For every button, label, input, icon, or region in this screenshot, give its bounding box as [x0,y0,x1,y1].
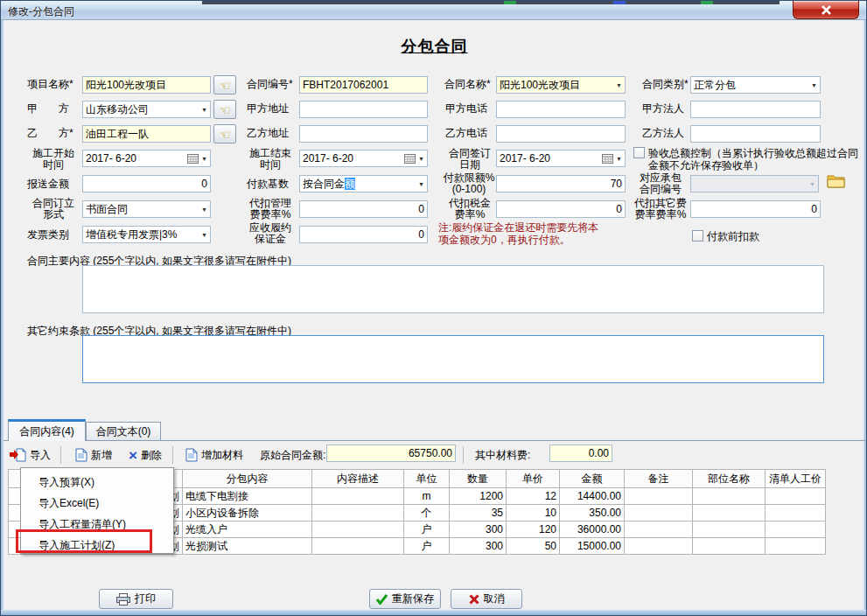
acceptance-control-checkbox[interactable]: 验收总额控制（当累计执行验收总额超过合同金额不允许保存验收单） [633,147,864,172]
close-icon [821,5,832,15]
cell-unit[interactable]: m [404,488,450,505]
start-date-label: 施工开始 时间 [25,148,81,171]
related-contract-combo[interactable]: ▼ [690,175,819,192]
cell-amount[interactable]: 15000.00 [560,538,625,555]
cell-position[interactable] [693,505,766,522]
cell-unit-price[interactable]: 10 [507,505,560,522]
payment-limit-field[interactable] [496,175,626,192]
project-name-field[interactable] [82,76,211,94]
cell-quantity[interactable]: 300 [450,538,507,555]
start-date-field[interactable]: 2017- 6-20 ▼ [82,150,211,167]
print-button[interactable]: 打印 [99,589,173,609]
menu-item-import-construction-plan[interactable]: 导入施工计划(Z) [21,535,173,556]
contract-form-combo[interactable]: 书面合同▼ [82,200,211,218]
cell-unit[interactable]: 户 [404,522,450,538]
party-b-field[interactable] [82,125,211,143]
cell-description[interactable] [312,505,404,522]
cell-unit-price[interactable]: 50 [507,538,560,555]
party-a-legal-field[interactable] [690,101,821,118]
payment-base-combo[interactable]: 按合同金额 ▼ [299,175,428,192]
tab-contract-content[interactable]: 合同内容(4) [8,419,86,441]
invoice-type-label: 发票类别 [27,229,69,241]
material-fee-field[interactable] [549,444,612,462]
add-material-button[interactable]: 增加材料 [181,444,247,466]
checkbox-box[interactable] [692,230,703,242]
cell-remark[interactable] [625,488,693,505]
hand-picker-icon: ☜ [219,128,230,141]
cell-amount[interactable]: 14400.00 [560,488,625,505]
save-button[interactable]: 重新保存 [369,589,441,609]
report-amount-field[interactable] [82,175,211,192]
close-button[interactable] [793,1,859,19]
cell-unit-price[interactable]: 12 [507,488,560,505]
browse-folder-button[interactable] [827,174,845,192]
cell-position[interactable] [693,522,766,538]
import-button[interactable]: 导入 [6,444,54,466]
end-date-field[interactable]: 2017- 6-20 ▼ [299,150,428,167]
cell-amount[interactable]: 350.00 [560,505,625,522]
other-fee-field[interactable] [690,200,821,218]
contract-no-field[interactable] [299,76,428,94]
cell-labor-price[interactable] [766,522,826,538]
sign-date-field[interactable]: 2017- 6-20 ▼ [496,150,626,167]
cell-content[interactable]: 小区内设备拆除 [183,505,312,522]
menu-item-import-excel[interactable]: 导入Excel(E) [21,493,173,514]
cell-labor-price[interactable] [766,488,826,505]
party-b-address-field[interactable] [299,125,428,143]
party-b-legal-field[interactable] [690,125,821,143]
tax-fee-field[interactable] [496,200,626,218]
party-a-combo[interactable]: 山东移动公司▼ [82,101,211,118]
invoice-type-combo[interactable]: 增值税专用发票|3%▼ [82,226,211,243]
dropdown-arrow-icon: ▼ [199,206,207,213]
cell-quantity[interactable]: 1200 [450,488,507,505]
deduct-before-payment-checkbox[interactable]: 付款前扣款 [692,230,815,242]
party-a-picker-button[interactable]: ☜ [213,100,236,119]
cell-labor-price[interactable] [766,538,826,555]
cell-content[interactable]: 光损测试 [183,538,312,555]
cell-unit-price[interactable]: 120 [507,522,560,538]
cancel-x-icon [469,594,479,605]
party-a-address-field[interactable] [299,101,428,118]
cell-position[interactable] [693,488,766,505]
cell-remark[interactable] [625,538,693,555]
contract-type-combo[interactable]: 正常分包▼ [690,76,821,94]
cell-quantity[interactable]: 35 [450,505,507,522]
main-content-textarea[interactable] [82,265,824,313]
cell-description[interactable] [312,488,404,505]
cancel-button[interactable]: 取消 [451,589,522,609]
background-icon [504,1,516,4]
cell-remark[interactable] [625,522,693,538]
add-row-button[interactable]: 新增 [71,444,115,466]
party-b-phone-field[interactable] [496,125,626,143]
cell-description[interactable] [312,538,404,555]
cell-description[interactable] [312,522,404,538]
original-amount-field[interactable] [326,444,456,462]
cell-position[interactable] [693,538,766,555]
menu-item-import-boq[interactable]: 导入工程量清单(Y) [21,514,173,535]
party-a-phone-field[interactable] [496,101,626,118]
deposit-note: 注:履约保证金在退还时需要先将本项金额改为0，再执行付款。 [438,221,601,246]
menu-item-import-budget[interactable]: 导入预算(X) [21,472,173,493]
cell-unit[interactable]: 户 [404,538,450,555]
cell-content[interactable]: 电缆下电割接 [183,488,312,505]
cell-labor-price[interactable] [766,505,826,522]
cell-content[interactable]: 光缆入户 [183,522,312,538]
tab-contract-text[interactable]: 合同文本(0) [86,422,161,441]
cell-unit[interactable]: 个 [404,505,450,522]
cell-remark[interactable] [625,505,693,522]
contract-form-label: 合同订立 形式 [25,198,81,220]
original-amount-label: 原始合同金额: [260,448,325,463]
cell-quantity[interactable]: 300 [450,522,507,538]
background-icon [613,1,626,4]
cell-amount[interactable]: 36000.00 [560,522,625,538]
party-b-picker-button[interactable]: ☜ [213,124,236,144]
checkbox-box[interactable] [633,147,645,158]
title-bar[interactable]: 修改-分包合同 [1,1,866,20]
management-fee-field[interactable] [299,200,428,218]
other-terms-textarea[interactable] [82,335,824,383]
contract-name-combo[interactable]: 阳光100光改项目▼ [496,76,626,94]
delete-row-button[interactable]: × 删除 [125,444,165,466]
toolbar-separator [172,446,173,464]
project-picker-button[interactable]: ☜ [213,75,236,94]
deposit-field[interactable] [299,226,428,243]
